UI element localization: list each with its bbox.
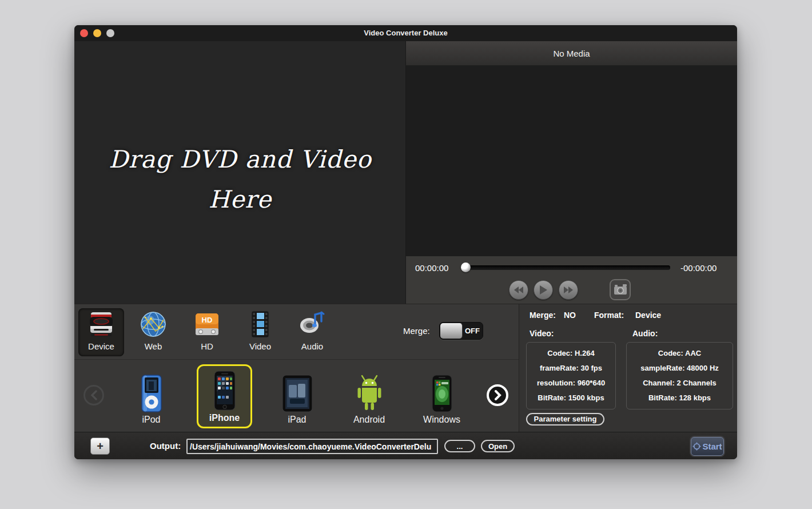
start-button-label: Start: [702, 442, 722, 451]
device-label: Android: [353, 415, 385, 425]
device-item-ipad[interactable]: iPad: [269, 364, 325, 428]
merge-toggle-state: OFF: [462, 323, 483, 339]
carousel-prev-button[interactable]: [83, 385, 104, 405]
browse-button[interactable]: ...: [444, 440, 475, 452]
media-status-header: No Media: [406, 41, 737, 66]
output-label: Output:: [150, 441, 181, 451]
android-robot-icon: [352, 364, 387, 415]
preview-panel: No Media 00:00:00 -00:00:00: [406, 41, 737, 304]
device-label: iPod: [142, 415, 160, 425]
category-toolbar: Device Web: [74, 304, 519, 359]
seek-bar[interactable]: [462, 265, 670, 270]
tab-label: Audio: [301, 341, 323, 351]
device-item-windows[interactable]: Windows: [414, 364, 469, 428]
video-spec-box: Codec: H.264 frameRate: 30 fps resolutio…: [526, 342, 616, 409]
video-resolution: resolution: 960*640: [527, 376, 615, 391]
seek-knob[interactable]: [461, 263, 471, 272]
device-item-iphone[interactable]: iPhone: [197, 364, 252, 428]
device-label: Windows: [423, 415, 460, 425]
rewind-icon: [514, 286, 524, 294]
fast-forward-icon: [563, 286, 574, 294]
audio-bitrate: BitRate: 128 kbps: [627, 391, 733, 405]
svg-text:HD: HD: [202, 316, 213, 324]
carousel-next-button[interactable]: [487, 384, 508, 406]
bottom-bar: + Output: ... Open Start: [74, 432, 737, 459]
info-format-value: Device: [635, 311, 661, 320]
tab-device[interactable]: Device: [78, 308, 124, 356]
app-window: Video Converter Deluxe Drag DVD and Vide…: [74, 25, 737, 459]
merge-label: Merge:: [403, 326, 430, 336]
playback-controls: 00:00:00 -00:00:00: [406, 256, 737, 304]
video-preview-area: [406, 66, 737, 256]
audio-codec: Codec: AAC: [627, 346, 733, 361]
remaining-time: -00:00:00: [680, 263, 717, 273]
output-path-input[interactable]: [186, 439, 438, 454]
tab-audio[interactable]: Audio: [289, 308, 335, 356]
play-icon: [539, 285, 547, 295]
merge-toggle-knob: [440, 323, 463, 339]
web-globe-icon: [140, 308, 167, 340]
info-merge-label: Merge:: [530, 311, 556, 320]
chevron-right-icon: [493, 390, 501, 400]
elapsed-time: 00:00:00: [415, 263, 448, 273]
audio-channels: Channel: 2 Channels: [627, 376, 733, 391]
iphone-icon: [213, 366, 236, 413]
start-button[interactable]: Start: [691, 437, 724, 456]
tab-label: Video: [249, 341, 271, 351]
tab-video[interactable]: Video: [237, 308, 283, 356]
info-merge-value: NO: [564, 311, 576, 320]
filmstrip-icon: [248, 308, 273, 340]
device-carousel: iPod iPhone: [74, 359, 519, 432]
parameter-setting-button[interactable]: Parameter setting: [526, 413, 604, 426]
audio-samplerate: sampleRate: 48000 Hz: [627, 361, 733, 376]
window-title: Video Converter Deluxe: [74, 25, 737, 41]
drop-hint-line2: Here: [74, 185, 406, 213]
drop-area[interactable]: Drag DVD and Video Here: [74, 41, 406, 304]
chevron-left-icon: [90, 390, 98, 400]
device-item-ipod[interactable]: iPod: [124, 364, 179, 428]
ipod-icon: [141, 364, 162, 415]
video-framerate: frameRate: 30 fps: [527, 361, 615, 376]
open-folder-button[interactable]: Open: [481, 440, 515, 452]
ipad-icon: [282, 364, 313, 415]
windows-phone-icon: [432, 364, 452, 415]
tab-label: Web: [145, 341, 162, 351]
add-file-button[interactable]: +: [90, 438, 110, 455]
speaker-note-icon: [298, 308, 327, 340]
tab-hd[interactable]: HD HD: [184, 308, 230, 356]
play-button[interactable]: [534, 280, 553, 300]
audio-section-label: Audio:: [632, 329, 658, 338]
tab-label: Device: [88, 341, 114, 351]
merge-toggle[interactable]: OFF: [439, 322, 483, 340]
fast-forward-button[interactable]: [559, 280, 578, 300]
snapshot-button[interactable]: [610, 279, 631, 300]
tab-web[interactable]: Web: [130, 308, 176, 356]
device-label: iPad: [288, 415, 306, 425]
hd-drive-icon: HD: [193, 308, 221, 340]
device-drive-icon: [87, 308, 116, 340]
info-format-label: Format:: [594, 311, 624, 320]
convert-gear-icon: [692, 442, 701, 451]
video-section-label: Video:: [530, 329, 554, 338]
drop-hint-line1: Drag DVD and Video: [74, 145, 406, 173]
video-codec: Codec: H.264: [527, 346, 615, 361]
audio-spec-box: Codec: AAC sampleRate: 48000 Hz Channel:…: [626, 342, 733, 409]
video-bitrate: BitRate: 1500 kbps: [527, 391, 615, 405]
camera-icon: [614, 284, 627, 296]
title-bar: Video Converter Deluxe: [74, 25, 737, 41]
format-info-panel: Merge: NO Format: Device Video: Audio: C…: [519, 304, 737, 432]
device-label: iPhone: [209, 413, 240, 423]
rewind-button[interactable]: [509, 280, 528, 300]
tab-label: HD: [201, 341, 213, 351]
device-item-android[interactable]: Android: [341, 364, 397, 428]
